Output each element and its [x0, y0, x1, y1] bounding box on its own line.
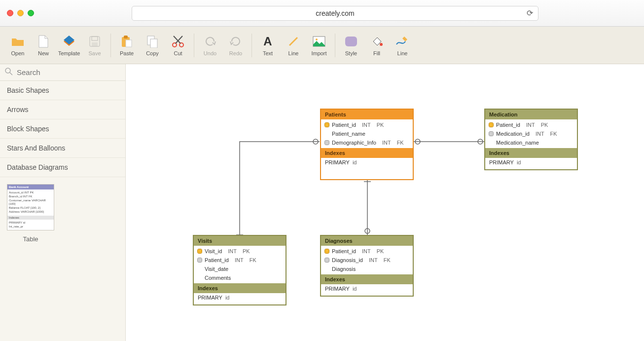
svg-point-19: [5, 68, 10, 73]
indexes-header: Indexes: [321, 274, 413, 284]
table-shape-thumbnail[interactable]: Bank Account Account_id INT PK Branch_id…: [7, 184, 54, 230]
sidebar-item-arrows[interactable]: Arrows: [0, 100, 125, 119]
indexes-header: Indexes: [194, 283, 286, 293]
thumbnail-label: Table: [7, 230, 54, 243]
line-icon: [286, 35, 300, 48]
svg-point-28: [365, 228, 370, 233]
svg-line-14: [289, 38, 297, 45]
browser-chrome: creately.com ⟳: [0, 0, 644, 27]
template-button[interactable]: Template: [56, 31, 82, 60]
sidebar-item-database-diagrams[interactable]: Database Diagrams: [0, 158, 125, 177]
sidebar-item-stars-balloons[interactable]: Stars And Balloons: [0, 139, 125, 158]
table-column: Patient_idINTPK: [485, 120, 577, 129]
main-area: Basic Shapes Arrows Block Shapes Stars A…: [0, 64, 644, 341]
indexes-row: PRIMARYid: [194, 293, 286, 304]
table-diagnoses[interactable]: Diagnoses Patient_idINTPK Diagnosis_idIN…: [320, 235, 414, 297]
paste-button[interactable]: Paste: [114, 31, 140, 60]
primary-key-icon: [325, 249, 329, 253]
undo-button[interactable]: Undo: [197, 31, 223, 60]
text-icon: A: [261, 35, 275, 48]
folder-icon: [11, 35, 25, 48]
toolbar-separator: [251, 34, 252, 57]
table-column: Medication_name: [485, 138, 577, 147]
scissors-icon: [171, 35, 185, 48]
bucket-icon: [370, 35, 384, 48]
canvas[interactable]: Patients Patient_idINTPK Patient_name De…: [126, 64, 644, 341]
svg-point-23: [478, 139, 483, 144]
minimize-window-button[interactable]: [17, 10, 24, 16]
open-button[interactable]: Open: [5, 31, 31, 60]
table-column: Patient_idINTFK: [194, 256, 286, 265]
line-style-button[interactable]: Line: [390, 31, 415, 60]
import-button[interactable]: Import: [306, 31, 332, 60]
new-file-icon: [36, 35, 50, 48]
toolbar: Open New Template Save Paste Copy Cut Un…: [0, 27, 644, 64]
foreign-key-icon: [198, 258, 202, 262]
table-title: Visits: [194, 236, 286, 246]
svg-rect-4: [92, 42, 98, 46]
close-window-button[interactable]: [7, 10, 13, 16]
svg-rect-3: [92, 37, 98, 40]
table-title: Medication: [485, 110, 577, 119]
url-text: creately.com: [316, 9, 354, 17]
toolbar-separator: [335, 34, 335, 57]
refresh-icon[interactable]: ⟳: [527, 8, 533, 18]
table-medication[interactable]: Medication Patient_idINTPK Medication_id…: [484, 109, 578, 170]
svg-rect-7: [126, 40, 132, 47]
window-controls: [7, 10, 34, 16]
style-button[interactable]: Style: [338, 31, 364, 60]
foreign-key-icon: [489, 132, 493, 136]
foreign-key-icon: [325, 258, 329, 262]
copy-button[interactable]: Copy: [140, 31, 165, 60]
sidebar-item-basic-shapes[interactable]: Basic Shapes: [0, 81, 125, 100]
table-title: Patients: [321, 110, 413, 119]
table-column: Patient_idINTPK: [321, 120, 413, 129]
redo-button[interactable]: Redo: [223, 31, 249, 60]
style-icon: [344, 35, 358, 48]
text-tool-button[interactable]: A Text: [255, 31, 281, 60]
clipboard-icon: [120, 35, 134, 48]
search-input[interactable]: [17, 68, 120, 76]
template-icon: [62, 35, 76, 48]
indexes-header: Indexes: [485, 148, 577, 158]
line-tool-button[interactable]: Line: [281, 31, 306, 60]
foreign-key-icon: [325, 141, 329, 145]
indexes-row: PRIMARYid: [321, 158, 413, 179]
save-icon: [88, 35, 102, 48]
indexes-row: PRIMARYid: [321, 284, 413, 296]
svg-point-22: [415, 139, 420, 144]
indexes-row: PRIMARYid: [485, 158, 577, 169]
indexes-header: Indexes: [321, 148, 413, 158]
table-column: Diagnosis_idINTFK: [321, 256, 413, 265]
search-row: [0, 64, 125, 81]
sidebar: Basic Shapes Arrows Block Shapes Stars A…: [0, 64, 126, 341]
svg-point-25: [313, 139, 318, 144]
primary-key-icon: [198, 249, 202, 253]
cut-button[interactable]: Cut: [165, 31, 191, 60]
svg-rect-6: [124, 36, 128, 38]
table-patients[interactable]: Patients Patient_idINTPK Patient_name De…: [320, 109, 414, 180]
search-icon: [5, 68, 13, 77]
url-bar[interactable]: creately.com ⟳: [132, 6, 538, 21]
new-button[interactable]: New: [31, 31, 56, 60]
maximize-window-button[interactable]: [28, 10, 34, 16]
save-button[interactable]: Save: [82, 31, 107, 60]
table-column: Comments: [194, 273, 286, 282]
sidebar-item-block-shapes[interactable]: Block Shapes: [0, 119, 125, 139]
table-column: Medication_idINTFK: [485, 129, 577, 138]
shape-panel: Bank Account Account_id INT PK Branch_id…: [0, 177, 125, 250]
svg-point-16: [316, 38, 318, 40]
table-column: Patient_name: [321, 129, 413, 138]
table-column: Demographic_InfoINTFK: [321, 138, 413, 147]
svg-point-18: [380, 43, 383, 46]
table-visits[interactable]: Visits Visit_idINTPK Patient_idINTFK Vis…: [193, 235, 286, 305]
table-column: Patient_idINTPK: [321, 247, 413, 256]
table-column: Visit_idINTPK: [194, 247, 286, 256]
svg-line-20: [10, 73, 12, 75]
svg-rect-9: [150, 39, 157, 48]
fill-button[interactable]: Fill: [364, 31, 390, 60]
toolbar-separator: [110, 34, 111, 57]
toolbar-separator: [194, 34, 194, 57]
undo-icon: [203, 35, 217, 48]
pencil-line-icon: [395, 35, 409, 48]
